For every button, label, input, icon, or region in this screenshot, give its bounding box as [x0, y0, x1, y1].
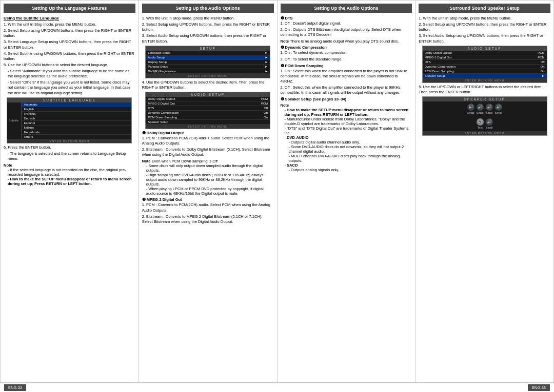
speaker-top-icons: 🔊 Small 🔊 Small 🔊 Small 🔊 Small — [423, 101, 547, 116]
note-label-col3: Note — [281, 103, 289, 108]
dynamic-step-1: 1. On : To select dynamic compression. — [281, 50, 412, 55]
col2-step-4: 4. Use the UP/DOWN buttons to select the… — [142, 80, 274, 90]
note2-item-1: Some discs will only output down sampled… — [146, 163, 274, 173]
pcm-heading: ❺ PCM Down Sampling — [281, 64, 412, 68]
column-2: Setting Up the Audio Options 1. With the… — [139, 1, 278, 382]
dynamic-heading: ❹ Dynamic Compression — [281, 45, 412, 50]
speaker-icon-shape-test: 🔊 — [477, 118, 484, 126]
mpeg-heading: ❷ MPEG-2 Digital Out — [142, 197, 274, 202]
col1-header: Setting Up the Language Features — [4, 4, 135, 13]
speaker-icon-2: 🔊 Small — [477, 104, 484, 114]
sub-steps-container: - Select "Automatic" if you want the sub… — [4, 69, 135, 96]
setup-menu-img1: SETUP Language Setup► Audio Setup► Displ… — [145, 46, 270, 78]
menu1-row-audio: Audio Setup► — [146, 55, 270, 60]
audio-row-mpeg2: MPEG-2 Digital OutPCM — [146, 101, 270, 106]
col4-step-3: 3. Select Audio Setup using UP/DOWN butt… — [419, 33, 550, 44]
dts-step-1: 1. Off : Doesn't output digital signal. — [281, 21, 412, 26]
dolby-step-1: 1. PCM : Converts to PCM(2CH) 48kHz audi… — [142, 136, 274, 146]
subtitle-language-img: SUBTITLE LANGUAGE Subtitle Automatic Eng… — [7, 97, 132, 143]
note3-dts: "DTS" and "DTS Digital Out" are trademar… — [285, 126, 412, 135]
step-5: 5. Use the UP/DOWN buttons to select the… — [4, 63, 135, 68]
step-6-sub: - The language is selected and the scree… — [4, 151, 135, 161]
note2-item-3: When playing LPCM or PPCM DVD protected … — [146, 187, 274, 196]
note-item-1: If the selected language is not recorded… — [8, 168, 135, 177]
col4-audio-row-speaker: Speaker Setup► — [423, 74, 547, 78]
audio-img2-footer: ENTER RETURN MENU — [146, 125, 270, 129]
menu1-row-language: Language Setup► — [146, 51, 270, 55]
note-label-col2: Note — [142, 159, 151, 163]
page-footer: ENG-32 ENG-33 — [0, 383, 554, 392]
dts-note-label: Note — [281, 39, 289, 44]
speaker-icon-shape-5: 🔊 — [486, 118, 493, 126]
speaker-icon-shape-1: 🔊 — [467, 104, 474, 111]
subtitle-row-french: Français — [22, 112, 131, 116]
page-num-right: ENG-33 — [528, 384, 550, 391]
speaker-icon-shape-2: 🔊 — [477, 104, 484, 111]
speaker-icon-shape-3: 🔊 — [486, 104, 493, 111]
dolby-heading: ❶ Dolby Digital Output — [142, 131, 274, 135]
subtitle-left-label: Subtitle — [7, 102, 22, 139]
subtitle-row-automatic: Automatic — [22, 102, 131, 107]
note-list-col1: If the selected language is not recorded… — [4, 168, 135, 186]
subtitle-section-title: Using the Subtitle Language — [4, 16, 135, 20]
audio-row-dynamic: Dynamic CompressionOn — [146, 111, 270, 115]
col4-step-5: 5. Use the UP/DOWN or LEFT/RIGHT buttons… — [419, 85, 550, 95]
note-box-col3: Note How to make the SETUP menu disappea… — [281, 103, 412, 172]
sub-step-1: - Select "Automatic" if you want the sub… — [8, 69, 135, 79]
note3-dvd-audio-sub3: MULTI channel DVD-AUDIO discs play back … — [285, 154, 412, 163]
speaker-icon-shape-4: 🔊 — [495, 104, 502, 111]
note3-dvd-audio-sub2: Some DVD-AUDIO discs do not downmix, so … — [285, 145, 412, 154]
speaker-label-2: Small — [477, 111, 484, 114]
note3-setup-menu: How to make the SETUP menu disappear or … — [285, 108, 412, 117]
speaker-icon-5: 🔊 Small — [486, 118, 493, 129]
col2-step-1: 1. With the unit in Stop mode, press the… — [142, 16, 274, 21]
col4-step-2: 2. Select Setup using UP/DOWN buttons, t… — [419, 22, 550, 32]
step-1: 1. With the unit in Stop mode, press the… — [4, 22, 135, 27]
menu1-row-parental: Parental Setup► — [146, 65, 270, 69]
speaker-label-4: Small — [495, 111, 502, 114]
setup-menu-note: How to make the SETUP menu disappear or … — [8, 177, 132, 186]
subtitle-row-german: Deutsch — [22, 116, 131, 121]
col4-audio-row-pcm: PCM Down SamplingOn — [423, 69, 547, 74]
speaker-label-3: Small — [486, 111, 493, 114]
column-3: Setting Up the Audio Options ❸ DTS 1. Of… — [278, 1, 416, 382]
speaker-bottom-icons: 🔊 Test 🔊 Small — [423, 116, 547, 131]
dts-note: Note There is no analog audio output whe… — [281, 39, 412, 44]
audio-row-dolby: Dolby Digital OutputPCM — [146, 97, 270, 101]
page-num-left: ENG-32 — [4, 384, 26, 391]
speaker-ref: ❻ Speaker Setup (See pages 33~34) — [281, 97, 412, 101]
page-container: Setting Up the Language Features Using t… — [0, 0, 554, 383]
step-2: 2. Select Setup using UP/DOWN buttons, t… — [4, 28, 135, 38]
note-box-col2: Note Even when PCM Down sampling is Off … — [142, 159, 274, 196]
col2-step-3: 3. Select Audio Setup using UP/DOWN butt… — [142, 33, 274, 44]
speaker-label-1: Small — [467, 111, 474, 114]
note-label-col1: Note — [4, 163, 12, 168]
step-3: 3. Select Language Setup using UP/DOWN b… — [4, 39, 135, 50]
col3-header: Setting Up the Audio Options — [281, 4, 412, 13]
menu1-row-display: Display Setup► — [146, 60, 270, 65]
note-item-2: How to make the SETUP menu disappear or … — [8, 177, 135, 186]
audio-row-speaker: Speaker Setup — [146, 120, 270, 125]
speaker-icon-3: 🔊 Small — [486, 104, 493, 114]
col4-audio-img: AUDIO SETUP Dolby Digital OutputPCM MPEG… — [422, 46, 547, 83]
subtitle-row-others: Others — [22, 135, 131, 139]
dts-heading: ❸ DTS — [281, 16, 412, 20]
subtitle-row-italian: Italiano — [22, 126, 131, 130]
pcm-step-2: 2. Off : Select this when the amplifier … — [281, 85, 412, 95]
audio-setup-img2: AUDIO SETUP Dolby Digital OutputPCM MPEG… — [145, 92, 270, 129]
mpeg-step-2: 2. Bitstream : Converts to MPEG-2 Digita… — [142, 214, 274, 224]
col4-audio-img-footer: ENTER RETURN MENU — [423, 78, 547, 82]
audio-row-dts: DTSOff — [146, 106, 270, 111]
col4-audio-row-dolby: Dolby Digital OutputPCM — [423, 51, 547, 55]
col2-step-2: 2. Select Setup using UP/DOWN buttons, t… — [142, 22, 274, 32]
audio-row-pcm: PCM Down SamplingOn — [146, 115, 270, 120]
col4-audio-row-mpeg2: MPEG-2 Digital OutPCM — [423, 55, 547, 60]
subtitle-img-footer: ENTER RETURN MENU — [7, 139, 131, 143]
note3-sacd: SACD — [285, 163, 412, 168]
note-box-col1: Note If the selected language is not rec… — [4, 163, 135, 186]
note3-sacd-sub: Outputs analog signals only. — [285, 168, 412, 172]
audio-img2-title: AUDIO SETUP — [146, 92, 270, 97]
col4-audio-img-title: AUDIO SETUP — [423, 46, 547, 51]
mpeg-step-1: 1. PCM : Converts to PCM(2CH) audio. Sel… — [142, 202, 274, 213]
col4-audio-row-dts: DTSOff — [423, 60, 547, 65]
